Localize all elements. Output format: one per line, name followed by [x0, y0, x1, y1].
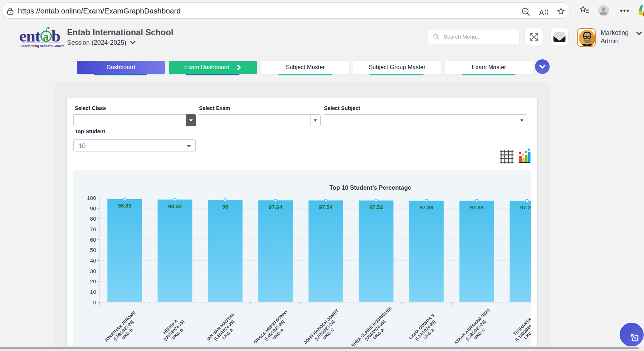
svg-text:AYAAN ABRAHAM SINO: AYAAN ABRAHAM SINO: [453, 308, 491, 345]
svg-text:97.64: 97.64: [269, 204, 282, 210]
svg-text:97.24: 97.24: [520, 204, 531, 210]
svg-text:97.38: 97.38: [419, 204, 433, 210]
svg-text:ent: ent: [20, 27, 40, 45]
svg-text:10: 10: [90, 289, 97, 295]
svg-text:98.42: 98.42: [168, 203, 182, 209]
svg-text:98: 98: [222, 204, 229, 210]
svg-text:30: 30: [90, 268, 97, 274]
svg-text:90: 90: [90, 205, 97, 212]
svg-text:20: 20: [90, 278, 97, 284]
svg-text:GRACE MERIN BONNY: GRACE MERIN BONNY: [253, 309, 289, 344]
svg-text:97.38: 97.38: [470, 204, 484, 210]
svg-text:97.54: 97.54: [319, 204, 333, 210]
svg-text:JOHN HANOCH JOMET: JOHN HANOCH JOMET: [303, 309, 339, 345]
svg-text:JONATHAN JEROME: JONATHAN JEROME: [104, 310, 136, 343]
svg-text:0: 0: [93, 299, 96, 305]
svg-text:Accelerating School's Growth: Accelerating School's Growth: [20, 44, 64, 48]
svg-text:A: A: [539, 8, 544, 16]
svg-text:97.52: 97.52: [369, 204, 383, 210]
svg-text:Top 10 Student's Percentage: Top 10 Student's Percentage: [329, 184, 411, 191]
svg-text:50: 50: [90, 247, 97, 253]
svg-text:RHEA CLAIRE RODRIGUES: RHEA CLAIRE RODRIGUES: [351, 305, 393, 346]
svg-text:70: 70: [90, 226, 97, 232]
svg-text:60: 60: [90, 237, 97, 243]
svg-text:40: 40: [90, 257, 97, 264]
svg-text:80: 80: [90, 216, 97, 222]
svg-text:a: a: [43, 30, 49, 43]
svg-text:98.83: 98.83: [118, 202, 132, 209]
svg-text:b: b: [51, 27, 61, 45]
svg-text:100: 100: [87, 195, 96, 201]
